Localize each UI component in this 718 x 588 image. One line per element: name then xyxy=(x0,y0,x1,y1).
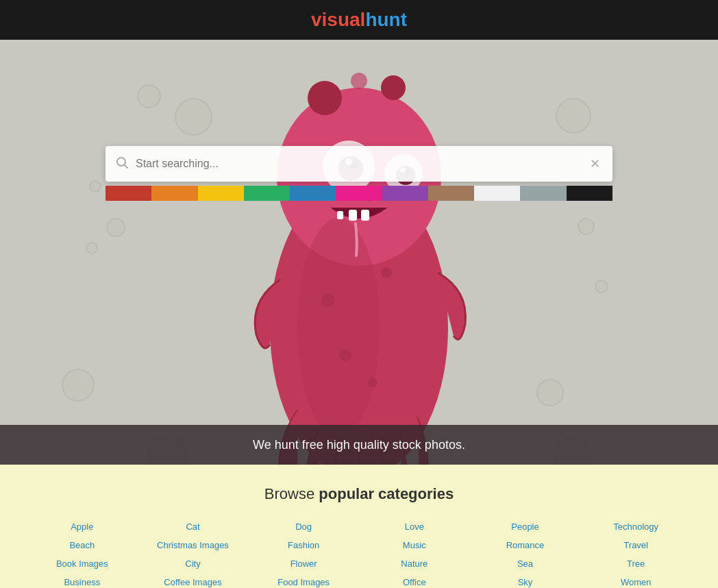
categories-section: Browse popular categories AppleCatDogLov… xyxy=(0,465,718,588)
svg-point-18 xyxy=(351,73,367,89)
categories-title-bold: popular categories xyxy=(319,485,454,502)
svg-point-20 xyxy=(381,267,392,278)
bubble-decoration xyxy=(175,98,212,136)
bubble-decoration xyxy=(137,84,161,108)
svg-rect-14 xyxy=(361,210,369,221)
svg-rect-13 xyxy=(349,210,357,221)
svg-point-16 xyxy=(308,81,342,115)
svg-point-22 xyxy=(368,378,377,387)
category-link[interactable]: City xyxy=(141,556,245,571)
category-link[interactable]: Nature xyxy=(362,556,467,571)
search-clear-button[interactable]: ✕ xyxy=(587,154,603,174)
categories-title: Browse popular categories xyxy=(27,485,691,503)
category-link[interactable]: Flower xyxy=(251,556,356,571)
category-link[interactable]: Travel xyxy=(584,538,688,552)
category-link[interactable]: Apple xyxy=(30,519,134,534)
category-link[interactable]: Food Images xyxy=(251,575,356,588)
svg-point-19 xyxy=(321,293,335,307)
category-link[interactable]: Christmas Images xyxy=(141,538,245,552)
category-link[interactable]: Cat xyxy=(141,519,245,534)
logo-hunt: hunt xyxy=(365,9,407,30)
swatch-yellow[interactable] xyxy=(198,186,244,201)
swatch-gray[interactable] xyxy=(520,186,566,201)
category-link[interactable]: People xyxy=(473,519,578,534)
search-wrapper: ✕ xyxy=(106,146,612,201)
category-link[interactable]: Coffee Images xyxy=(141,575,245,588)
category-link[interactable]: Sky xyxy=(473,575,578,588)
bubble-decoration xyxy=(89,180,101,193)
swatch-purple[interactable] xyxy=(382,186,428,201)
category-link[interactable]: Romance xyxy=(473,538,578,552)
categories-title-plain: Browse xyxy=(264,485,319,502)
hero-section: ✕ We hunt free high quality stock photos… xyxy=(0,40,718,465)
bubble-decoration xyxy=(595,280,608,293)
search-icon xyxy=(115,156,129,173)
category-link[interactable]: Office xyxy=(362,575,467,588)
categories-grid: AppleCatDogLovePeopleTechnologyBeachChri… xyxy=(30,519,688,588)
search-bar: ✕ xyxy=(106,146,612,182)
category-link[interactable]: Book Images xyxy=(30,556,134,571)
swatch-blue[interactable] xyxy=(290,186,336,201)
bubble-decoration xyxy=(86,242,98,254)
bubble-decoration xyxy=(62,369,95,402)
logo-visual: visual xyxy=(311,9,365,30)
swatch-brown[interactable] xyxy=(428,186,474,201)
category-link[interactable]: Dog xyxy=(251,519,356,534)
swatch-white[interactable] xyxy=(474,186,520,201)
bubble-decoration xyxy=(556,98,591,134)
site-header: visualhunt xyxy=(0,0,718,40)
swatch-green[interactable] xyxy=(244,186,290,201)
bubble-decoration xyxy=(106,218,125,237)
svg-point-17 xyxy=(381,75,406,100)
svg-point-21 xyxy=(339,349,351,361)
svg-line-24 xyxy=(125,164,128,168)
tagline-bar: We hunt free high quality stock photos. xyxy=(0,425,718,465)
color-swatches xyxy=(106,186,612,201)
category-link[interactable]: Technology xyxy=(584,519,688,534)
category-link[interactable]: Tree xyxy=(584,556,688,571)
bubble-decoration xyxy=(536,379,564,406)
category-link[interactable]: Fashion xyxy=(251,538,356,552)
site-logo[interactable]: visualhunt xyxy=(311,9,407,31)
tagline-text: We hunt free high quality stock photos. xyxy=(253,438,465,452)
category-link[interactable]: Music xyxy=(362,538,467,552)
search-input[interactable] xyxy=(136,158,587,170)
swatch-orange[interactable] xyxy=(151,186,197,201)
svg-point-2 xyxy=(297,218,380,437)
bubble-decoration xyxy=(578,218,595,235)
category-link[interactable]: Business xyxy=(30,575,134,588)
svg-rect-15 xyxy=(337,211,343,219)
category-link[interactable]: Love xyxy=(362,519,467,534)
category-link[interactable]: Beach xyxy=(30,538,134,552)
monster-illustration xyxy=(215,40,503,465)
swatch-pink[interactable] xyxy=(336,186,382,201)
swatch-black[interactable] xyxy=(567,186,612,201)
category-link[interactable]: Sea xyxy=(473,556,578,571)
category-link[interactable]: Women xyxy=(584,575,688,588)
swatch-red[interactable] xyxy=(106,186,151,201)
